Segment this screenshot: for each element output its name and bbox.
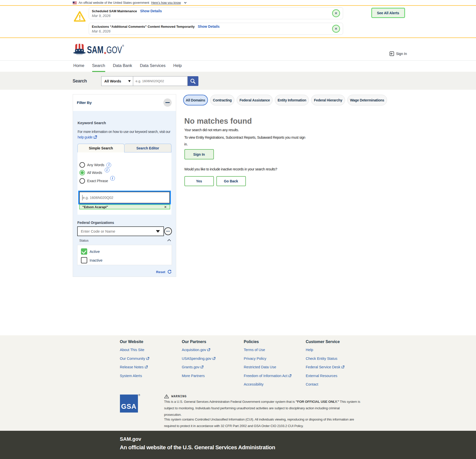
svg-text:★: ★	[81, 49, 83, 52]
svg-text:®: ®	[122, 44, 124, 47]
svg-text:SAM: SAM	[87, 44, 103, 55]
svg-text:★: ★	[76, 49, 78, 52]
svg-text:GOV: GOV	[106, 45, 122, 55]
svg-text:★: ★	[78, 49, 80, 52]
